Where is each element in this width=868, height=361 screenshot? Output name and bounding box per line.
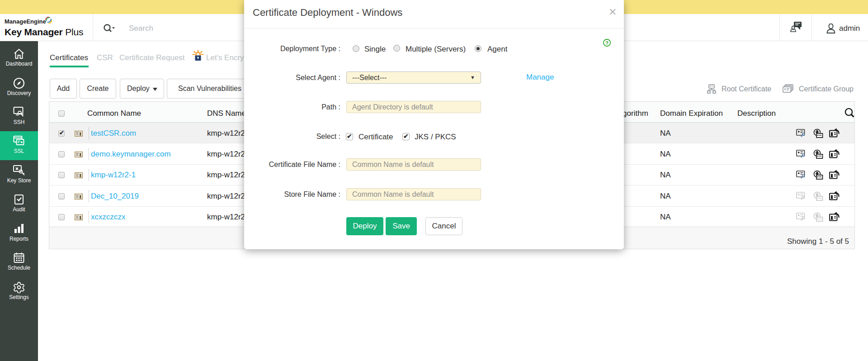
svg-text:?: ?	[605, 40, 609, 46]
